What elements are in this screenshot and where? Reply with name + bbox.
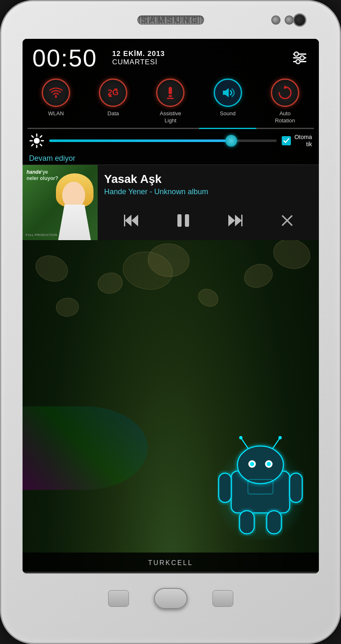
phone-top-bar: SAMSUNG [1, 1, 340, 39]
brightness-fill [49, 139, 232, 142]
svg-rect-14 [267, 511, 281, 534]
svg-line-36 [32, 144, 33, 146]
samsung-logo: SAMSUNG [141, 15, 200, 25]
svg-rect-41 [185, 214, 189, 227]
svg-rect-13 [240, 511, 254, 534]
svg-marker-42 [228, 215, 235, 226]
svg-line-33 [32, 136, 33, 137]
status-bar: 00:50 12 EKİM. 2013 CUMARTESİ [23, 39, 319, 75]
svg-point-28 [34, 138, 40, 144]
album-bottom-text: FULL PRODUCTION [26, 233, 57, 237]
svg-point-6 [278, 436, 282, 439]
svg-line-34 [40, 144, 42, 146]
brightness-row: Otoma tik [23, 129, 319, 151]
artist-album: Hande Yener - Unknown album [104, 188, 312, 196]
svg-rect-44 [241, 215, 242, 226]
album-art: hande'yeneler oluyor? FULL PRODUCTION [23, 165, 98, 240]
toggle-assistive-light[interactable]: Assistive Light [149, 79, 191, 124]
back-button[interactable] [108, 590, 129, 607]
svg-point-21 [296, 59, 300, 63]
pause-button[interactable] [174, 211, 192, 233]
menu-button[interactable] [212, 590, 233, 607]
clock-display: 00:50 [33, 44, 97, 72]
svg-marker-43 [235, 215, 242, 226]
close-button[interactable] [278, 212, 296, 232]
date-line2: CUMARTESİ [112, 58, 165, 66]
assistive-light-label: Assistive Light [160, 110, 181, 124]
front-camera [293, 13, 306, 27]
svg-point-22 [55, 96, 57, 98]
svg-rect-25 [169, 95, 172, 97]
auto-rotation-label: Auto Rotation [275, 110, 295, 124]
auto-checkbox[interactable] [282, 136, 291, 145]
toggle-data[interactable]: 2G Data [92, 79, 134, 124]
svg-rect-11 [219, 473, 231, 502]
svg-rect-39 [124, 215, 125, 226]
phone-frame: SAMSUNG [0, 0, 341, 644]
svg-rect-12 [290, 473, 302, 502]
svg-line-3 [242, 439, 248, 448]
svg-point-19 [294, 52, 298, 56]
progress-bar [23, 572, 319, 573]
music-info: Yasak Aşk Hande Yener - Unknown album [98, 165, 319, 240]
toggle-auto-rotation[interactable]: Auto Rotation [264, 79, 306, 124]
now-playing-label: Devam ediyor [23, 151, 319, 165]
sensor-dot1 [271, 15, 280, 25]
sound-label: Sound [220, 110, 236, 117]
carrier-text: TURKCELL [148, 559, 193, 567]
screen-bottom-bar: TURKCELL [23, 553, 319, 573]
svg-rect-40 [177, 214, 182, 227]
toggle-sound[interactable]: Sound [207, 79, 249, 124]
svg-rect-24 [169, 87, 172, 94]
android-robot [215, 431, 306, 540]
home-button[interactable] [154, 588, 187, 609]
brightness-icon [29, 133, 44, 148]
auto-brightness-toggle[interactable]: Otoma tik [282, 134, 312, 148]
brightness-thumb[interactable] [225, 135, 237, 147]
next-button[interactable] [225, 211, 246, 233]
data-label: Data [108, 110, 119, 117]
prev-button[interactable] [121, 211, 141, 233]
auto-brightness-label: Otoma tik [294, 134, 312, 148]
svg-line-5 [273, 439, 279, 448]
music-player: hande'yeneler oluyor? FULL PRODUCTION [23, 165, 319, 240]
svg-point-8 [250, 462, 254, 466]
sensor-dot2 [285, 15, 294, 25]
phone-bottom [1, 573, 340, 624]
toggle-wlan[interactable]: WLAN [35, 79, 77, 124]
song-title: Yasak Aşk [104, 172, 312, 186]
notification-panel: 00:50 12 EKİM. 2013 CUMARTESİ [23, 39, 319, 240]
svg-point-4 [239, 436, 242, 439]
brightness-slider[interactable] [49, 139, 277, 142]
svg-marker-38 [125, 215, 131, 226]
svg-line-35 [40, 136, 42, 137]
svg-point-20 [300, 56, 304, 60]
quick-toggles-row: WLAN 2G Data [23, 75, 319, 126]
settings-sliders-button[interactable] [290, 50, 309, 66]
svg-point-2 [237, 446, 283, 484]
svg-marker-37 [131, 215, 138, 226]
wlan-label: WLAN [48, 110, 64, 117]
toggle-divider [28, 128, 314, 129]
music-controls [104, 204, 312, 237]
date-line1: 12 EKİM. 2013 [112, 50, 165, 58]
date-section: 12 EKİM. 2013 CUMARTESİ [112, 50, 165, 66]
svg-point-10 [267, 462, 271, 466]
phone-screen: 00:50 12 EKİM. 2013 CUMARTESİ [23, 39, 319, 573]
svg-rect-26 [167, 98, 174, 99]
